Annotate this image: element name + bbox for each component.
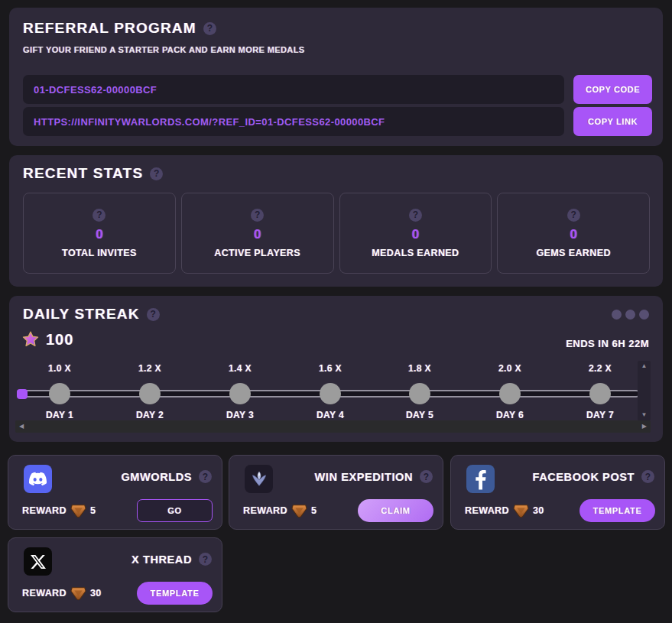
medal-icon <box>291 504 307 518</box>
streak-stop-day-7: 2.2 X DAY 7 <box>566 363 635 424</box>
help-icon[interactable]: ? <box>199 470 212 483</box>
referral-link-field[interactable] <box>23 107 564 136</box>
scroll-left-icon[interactable]: ◀ <box>19 423 24 430</box>
streak-stop-day-2: 1.2 X DAY 2 <box>115 363 184 424</box>
dot-icon <box>625 310 635 320</box>
reward-label: REWARD <box>22 505 67 516</box>
horizontal-scrollbar[interactable]: ◀ ▶ <box>15 420 651 433</box>
dot-icon <box>639 310 649 320</box>
day-label: DAY 7 <box>566 410 635 420</box>
streak-stop-day-3: 1.4 X DAY 3 <box>206 363 274 424</box>
task-title: X THREAD <box>131 553 192 566</box>
streak-stop-day-1: 1.0 X DAY 1 <box>25 363 94 424</box>
stat-card-medals-earned: ? 0 MEDALS EARNED <box>339 193 492 274</box>
stat-value: 0 <box>412 227 419 242</box>
task-title: FACEBOOK POST <box>533 471 635 483</box>
help-icon[interactable]: ? <box>251 209 264 222</box>
stat-label: TOTAL INVITES <box>62 248 137 258</box>
multiplier-label: 1.2 X <box>115 363 184 374</box>
daily-streak-title: DAILY STREAK <box>23 306 140 323</box>
multiplier-label: 1.0 X <box>25 363 94 374</box>
day-label: DAY 4 <box>296 410 365 420</box>
discord-icon <box>24 465 52 493</box>
stat-value: 0 <box>96 227 102 242</box>
streak-node-icon[interactable] <box>499 383 521 404</box>
help-icon[interactable]: ? <box>409 209 422 222</box>
day-label: DAY 6 <box>476 410 544 420</box>
streak-points: 100 <box>46 331 73 349</box>
help-icon[interactable]: ? <box>93 209 106 222</box>
medal-icon <box>70 586 86 601</box>
help-icon[interactable]: ? <box>641 470 654 483</box>
streak-node-icon[interactable] <box>139 383 161 404</box>
recent-stats-title: RECENT STATS <box>23 165 143 182</box>
stat-value: 0 <box>570 227 576 242</box>
go-button[interactable]: GO <box>137 499 213 522</box>
stat-value: 0 <box>254 227 261 242</box>
multiplier-label: 1.8 X <box>385 363 454 374</box>
copy-code-button[interactable]: COPY CODE <box>573 75 652 104</box>
vertical-scrollbar[interactable]: ▲ ▼ <box>638 361 651 420</box>
reward-value: 30 <box>533 505 544 516</box>
dot-icon <box>612 310 622 320</box>
streak-stop-day-6: 2.0 X DAY 6 <box>476 363 544 424</box>
day-label: DAY 5 <box>385 410 454 420</box>
reward-value: 30 <box>90 588 102 599</box>
reward-label: REWARD <box>465 505 509 516</box>
stat-card-active-players: ? 0 ACTIVE PLAYERS <box>181 193 334 274</box>
reward-label: REWARD <box>22 588 67 599</box>
scroll-right-icon[interactable]: ▶ <box>642 423 647 430</box>
help-icon[interactable]: ? <box>199 553 212 566</box>
referral-program-title: REFERRAL PROGRAM <box>23 20 196 37</box>
streak-timer: ENDS IN 6H 22M <box>566 338 649 349</box>
help-icon[interactable]: ? <box>147 308 160 321</box>
task-card-win-expedition: WIN EXPEDITION ? REWARD 5 CLAIM <box>229 455 443 530</box>
facebook-icon <box>466 465 495 493</box>
stat-label: MEDALS EARNED <box>372 248 459 258</box>
task-card-gmworlds: GMWORLDS ? REWARD 5 GO <box>8 455 222 530</box>
stat-label: ACTIVE PLAYERS <box>214 248 300 258</box>
streak-node-icon[interactable] <box>49 383 70 404</box>
help-icon[interactable]: ? <box>203 22 216 35</box>
help-icon[interactable]: ? <box>567 209 580 222</box>
referral-code-field[interactable] <box>23 75 564 104</box>
streak-node-icon[interactable] <box>229 383 251 404</box>
task-card-facebook-post: FACEBOOK POST ? REWARD 30 TEMPLATE <box>450 455 665 530</box>
referral-program-panel: REFERRAL PROGRAM ? GIFT YOUR FRIEND A ST… <box>9 8 663 146</box>
streak-node-icon[interactable] <box>589 383 611 404</box>
multiplier-label: 2.0 X <box>476 363 544 374</box>
multiplier-label: 1.6 X <box>296 363 365 374</box>
template-button[interactable]: TEMPLATE <box>579 499 655 522</box>
task-card-x-thread: X THREAD ? REWARD 30 TEMPLATE <box>8 537 222 612</box>
stat-card-gems-earned: ? 0 GEMS EARNED <box>497 193 650 274</box>
expedition-icon <box>245 465 273 493</box>
recent-stats-panel: RECENT STATS ? ? 0 TOTAL INVITES ? 0 ACT… <box>9 155 663 287</box>
streak-slider[interactable]: 1.0 X DAY 1 1.2 X DAY 2 1.4 X DAY 3 1.6 … <box>17 363 638 424</box>
day-label: DAY 2 <box>115 410 184 420</box>
help-icon[interactable]: ? <box>420 470 433 483</box>
claim-button[interactable]: CLAIM <box>358 499 433 522</box>
daily-streak-panel: DAILY STREAK ? 100 ENDS IN 6H 22M 1.0 X … <box>9 296 663 442</box>
copy-link-button[interactable]: COPY LINK <box>573 107 652 136</box>
help-icon[interactable]: ? <box>150 167 163 180</box>
streak-node-icon[interactable] <box>320 383 341 404</box>
x-icon <box>24 547 52 576</box>
multiplier-label: 2.2 X <box>566 363 635 374</box>
star-icon <box>21 330 40 349</box>
template-button[interactable]: TEMPLATE <box>137 582 213 605</box>
streak-node-icon[interactable] <box>409 383 430 404</box>
reward-value: 5 <box>90 505 96 516</box>
medal-icon <box>70 504 86 518</box>
streak-stop-day-5: 1.8 X DAY 5 <box>385 363 454 424</box>
scroll-up-icon[interactable]: ▲ <box>641 363 648 369</box>
day-label: DAY 1 <box>25 410 94 420</box>
scroll-down-icon[interactable]: ▼ <box>641 412 648 418</box>
stat-cards: ? 0 TOTAL INVITES ? 0 ACTIVE PLAYERS ? 0… <box>23 193 650 274</box>
referral-subtitle: GIFT YOUR FRIEND A STARTER PACK AND EARN… <box>23 45 305 54</box>
reward-value: 5 <box>311 505 317 516</box>
options-menu-dots[interactable] <box>612 310 649 320</box>
streak-stop-day-4: 1.6 X DAY 4 <box>296 363 365 424</box>
stat-card-total-invites: ? 0 TOTAL INVITES <box>23 193 176 274</box>
task-title: WIN EXPEDITION <box>315 471 413 483</box>
task-title: GMWORLDS <box>121 471 192 483</box>
